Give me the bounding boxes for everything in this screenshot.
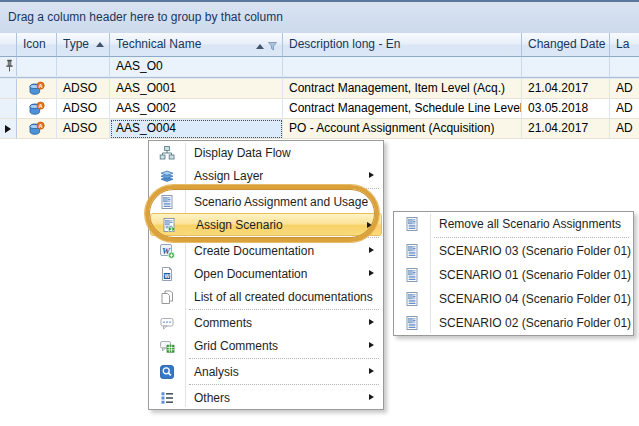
menu-item-assign-scenario[interactable]: Assign Scenario	[150, 213, 382, 236]
scenario-document-icon	[394, 243, 430, 259]
assign-scenario-icon	[151, 217, 187, 233]
column-header-last[interactable]: La	[610, 33, 639, 57]
submenu-arrow-icon	[369, 394, 374, 400]
filter-cell-changed-date[interactable]	[522, 57, 610, 76]
scenario-document-icon	[394, 291, 430, 307]
menu-item-open-documentation[interactable]: W Open Documentation	[149, 262, 383, 285]
table-row[interactable]: A ADSO AAS_O001 Contract Management, Ite…	[0, 79, 639, 99]
row-indicator-cell	[0, 119, 17, 139]
data-flow-icon	[149, 145, 185, 161]
cell-type[interactable]: ADSO	[57, 99, 110, 119]
menu-item-display-data-flow[interactable]: Display Data Flow	[149, 141, 383, 164]
cell-changed-date[interactable]: 21.04.2017	[522, 119, 610, 139]
menu-item-label: SCENARIO 01 (Scenario Folder 01)	[430, 268, 631, 282]
column-header-technical-name[interactable]: Technical Name	[110, 33, 283, 57]
adso-database-icon: A	[28, 101, 45, 117]
group-by-panel[interactable]: Drag a column header here to group by th…	[0, 0, 639, 33]
cell-last[interactable]: AD	[610, 99, 639, 119]
submenu-item-scenario-01[interactable]: SCENARIO 01 (Scenario Folder 01)	[394, 263, 633, 287]
submenu-item-remove-all-scenario-assignments[interactable]: Remove all Scenario Assignments	[394, 212, 633, 236]
menu-item-others[interactable]: Others	[149, 386, 383, 409]
submenu-arrow-icon	[369, 172, 374, 178]
submenu-arrow-icon	[369, 319, 374, 325]
sort-ascending-icon	[96, 42, 104, 47]
column-header-technical-name-label: Technical Name	[116, 37, 201, 51]
cell-description[interactable]: Contract Management, Item Level (Acq.)	[283, 79, 522, 99]
cell-last[interactable]: AD	[610, 119, 639, 139]
column-header-description[interactable]: Description long - En	[283, 33, 522, 57]
filter-funnel-icon[interactable]	[268, 42, 277, 51]
menu-item-label: Others	[185, 391, 230, 405]
copies-icon	[149, 289, 185, 305]
layers-icon	[149, 168, 185, 184]
cell-description[interactable]: PO - Account Assignment (Acquisition)	[283, 119, 522, 139]
adso-database-icon: A	[28, 121, 45, 137]
filter-cell-technical-name[interactable]: AAS_O0	[110, 57, 283, 76]
svg-text:A: A	[39, 123, 43, 129]
menu-item-label: SCENARIO 02 (Scenario Folder 01)	[430, 316, 631, 330]
row-object-icon-cell[interactable]: A	[17, 99, 57, 119]
column-header-type[interactable]: Type	[57, 33, 110, 57]
submenu-arrow-icon	[369, 368, 374, 374]
menu-item-label: SCENARIO 04 (Scenario Folder 01)	[430, 292, 631, 306]
menu-item-list-documentations[interactable]: List of all created documentations	[149, 285, 383, 308]
auto-filter-row: AAS_O0	[0, 57, 639, 76]
table-row-focused[interactable]: A ADSO AAS_O004 PO - Account Assignment …	[0, 119, 639, 139]
sort-ascending-icon	[256, 44, 264, 49]
menu-item-label: Assign Layer	[185, 169, 263, 183]
svg-text:W: W	[164, 273, 170, 279]
menu-item-label: Create Documentation	[185, 244, 314, 258]
menu-item-label: Assign Scenario	[187, 218, 283, 232]
filter-pin-icon	[4, 59, 15, 76]
column-header-changed-date[interactable]: Changed Date	[522, 33, 610, 57]
menu-item-assign-layer[interactable]: Assign Layer	[149, 164, 383, 187]
table-row[interactable]: A ADSO AAS_O002 Contract Management, Sch…	[0, 99, 639, 119]
submenu-arrow-icon	[367, 222, 372, 228]
submenu-item-scenario-04[interactable]: SCENARIO 04 (Scenario Folder 01)	[394, 287, 633, 311]
menu-item-label: Open Documentation	[185, 267, 307, 281]
row-indicator-cell	[0, 79, 17, 99]
cell-changed-date[interactable]: 03.05.2018	[522, 99, 610, 119]
cell-changed-date[interactable]: 21.04.2017	[522, 79, 610, 99]
scenario-document-icon	[394, 267, 430, 283]
submenu-arrow-icon	[369, 247, 374, 253]
cell-type[interactable]: ADSO	[57, 79, 110, 99]
column-header-type-label: Type	[63, 37, 89, 51]
others-list-icon	[149, 390, 185, 406]
submenu-item-scenario-02[interactable]: SCENARIO 02 (Scenario Folder 01)	[394, 311, 633, 335]
menu-item-label: Scenario Assignment and Usage	[185, 195, 368, 209]
filter-indicator-cell	[0, 57, 17, 76]
application-window: Drag a column header here to group by th…	[0, 0, 639, 426]
row-indicator-cell	[0, 99, 17, 119]
menu-item-analysis[interactable]: Analysis	[149, 360, 383, 383]
scenario-document-icon	[149, 194, 185, 210]
row-object-icon-cell[interactable]: A	[17, 79, 57, 99]
cell-type[interactable]: ADSO	[57, 119, 110, 139]
scenario-document-icon	[394, 315, 430, 331]
submenu-arrow-icon	[369, 342, 374, 348]
menu-item-label: Analysis	[185, 365, 239, 379]
menu-item-comments[interactable]: Comments	[149, 311, 383, 334]
filter-cell-icon[interactable]	[17, 57, 57, 76]
column-header-icon[interactable]: Icon	[17, 33, 57, 57]
filter-cell-type[interactable]	[57, 57, 110, 76]
cell-technical-name-selected[interactable]: AAS_O004	[110, 119, 283, 139]
header-indicator-cell	[0, 33, 17, 57]
menu-item-scenario-assignment-usage[interactable]: Scenario Assignment and Usage	[149, 190, 383, 213]
menu-item-label: List of all created documentations	[185, 290, 373, 304]
submenu-item-scenario-03[interactable]: SCENARIO 03 (Scenario Folder 01)	[394, 239, 633, 263]
cell-technical-name[interactable]: AAS_O002	[110, 99, 283, 119]
filter-cell-last[interactable]	[610, 57, 639, 76]
cell-technical-name[interactable]: AAS_O001	[110, 79, 283, 99]
row-object-icon-cell[interactable]: A	[17, 119, 57, 139]
menu-item-grid-comments[interactable]: Grid Comments	[149, 334, 383, 357]
scenario-document-icon	[394, 216, 430, 232]
cell-description[interactable]: Contract Management, Schedule Line Level…	[283, 99, 522, 119]
menu-item-create-documentation[interactable]: W Create Documentation	[149, 239, 383, 262]
submenu-arrow-icon	[369, 270, 374, 276]
svg-text:A: A	[39, 83, 43, 89]
menu-item-label: SCENARIO 03 (Scenario Folder 01)	[430, 244, 631, 258]
filter-cell-description[interactable]	[283, 57, 522, 76]
assign-scenario-submenu: Remove all Scenario Assignments SCENARIO…	[393, 211, 634, 336]
cell-last[interactable]: AD	[610, 79, 639, 99]
